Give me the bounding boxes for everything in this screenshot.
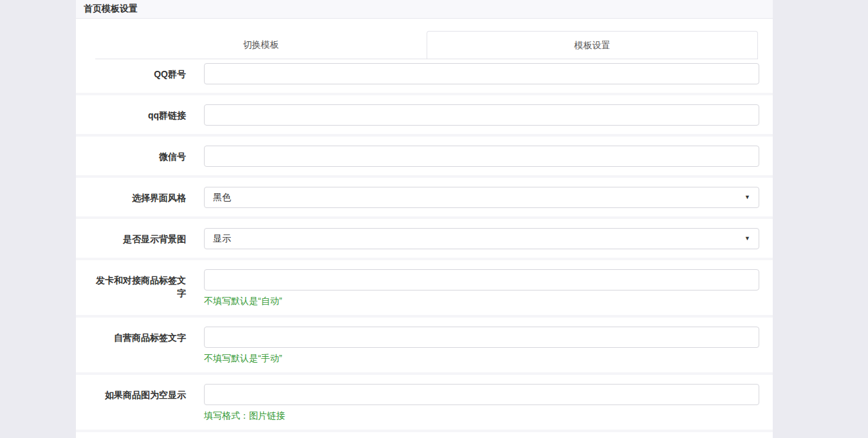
qq-group-number-input[interactable] [204,63,759,84]
form-row-show-background: 是否显示背景图 显示 ▼ [76,219,773,260]
field-hint: 不填写默认是“自动” [204,295,759,307]
tab-bar: 切换模板 模板设置 [95,31,758,59]
field-hint: 不填写默认是“手动” [204,352,759,364]
qq-group-link-input[interactable] [204,104,759,126]
select-value: 黑色 [213,192,231,204]
tab-switch-template[interactable]: 切换模板 [95,31,427,59]
tab-switch-template-label: 切换模板 [243,39,279,50]
empty-product-image-input[interactable] [204,384,759,405]
panel-header: 首页模板设置 [76,0,773,19]
settings-panel: 首页模板设置 切换模板 模板设置 QQ群号 qq群链接 微信号 [76,0,773,438]
form-row-interface-style: 选择界面风格 黑色 ▼ [76,178,773,219]
self-product-tag-input[interactable] [204,327,759,348]
form-row-qq-group-link: qq群链接 [76,95,773,137]
form-row-qq-group-number: QQ群号 [76,59,773,95]
select-value: 显示 [213,233,231,245]
form-row-card-product-tag: 发卡和对接商品标签文字 不填写默认是“自动” [76,260,773,318]
field-hint: 填写格式：图片链接 [204,410,759,421]
show-background-select[interactable]: 显示 ▼ [204,228,759,249]
tab-template-settings-label: 模板设置 [575,40,611,50]
field-label: QQ群号 [76,63,204,81]
tab-template-settings[interactable]: 模板设置 [427,31,758,59]
form-row-wechat-id: 微信号 [76,137,773,178]
card-product-tag-input[interactable] [204,269,759,290]
field-label: 如果商品图为空显示 [76,384,204,401]
form-row-empty-product-image: 如果商品图为空显示 填写格式：图片链接 [76,375,773,432]
field-label: 微信号 [76,146,204,163]
field-label: 选择界面风格 [76,187,204,204]
field-label: 自营商品标签文字 [76,327,204,344]
chevron-down-icon: ▼ [744,195,750,200]
chevron-down-icon: ▼ [744,236,750,242]
page-title: 首页模板设置 [84,3,138,15]
form-row-self-product-tag: 自营商品标签文字 不填写默认是“手动” [76,318,773,375]
interface-style-select[interactable]: 黑色 ▼ [204,187,759,208]
field-label: qq群链接 [76,104,204,122]
wechat-id-input[interactable] [204,146,759,167]
template-settings-form: QQ群号 qq群链接 微信号 选择界面风格 黑色 ▼ [76,59,773,432]
field-label: 发卡和对接商品标签文字 [76,269,204,300]
field-label: 是否显示背景图 [76,228,204,245]
